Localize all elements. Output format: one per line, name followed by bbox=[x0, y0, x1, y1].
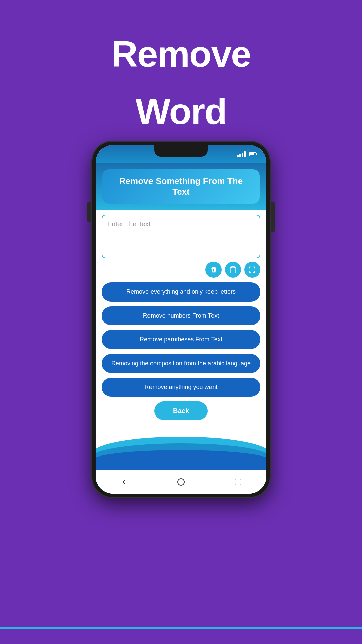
text-input-placeholder: Enter The Text bbox=[107, 220, 150, 228]
back-button[interactable]: Back bbox=[154, 401, 208, 420]
phone-mockup: Remove Something From The Text Enter The… bbox=[92, 142, 270, 497]
menu-item-5[interactable]: Remove anything you want bbox=[102, 378, 260, 397]
nav-back-icon[interactable] bbox=[119, 477, 129, 487]
menu-item-2[interactable]: Remove numbers From Text bbox=[102, 306, 260, 325]
bottom-wave bbox=[96, 430, 266, 470]
menu-item-4[interactable]: Removing the composition from the arabic… bbox=[102, 354, 260, 373]
header-card: Remove Something From The Text bbox=[102, 169, 260, 204]
text-input-area[interactable]: Enter The Text bbox=[102, 215, 260, 258]
page-title: Remove Word bbox=[111, 17, 251, 131]
expand-icon bbox=[249, 266, 256, 273]
menu-item-1[interactable]: Remove everything and only keep letters bbox=[102, 282, 260, 302]
svg-rect-1 bbox=[235, 479, 241, 485]
expand-button[interactable] bbox=[244, 262, 260, 278]
bottom-border bbox=[0, 627, 362, 644]
phone-body: Remove Something From The Text Enter The… bbox=[92, 142, 270, 497]
svg-point-0 bbox=[178, 479, 184, 485]
phone-notch bbox=[154, 145, 208, 157]
nav-bar bbox=[96, 470, 266, 494]
app-header: Remove Something From The Text bbox=[96, 163, 266, 210]
header-title: Remove Something From The Text bbox=[119, 176, 243, 197]
nav-home-icon[interactable] bbox=[176, 477, 186, 487]
clipboard-icon bbox=[229, 266, 237, 273]
phone-screen: Remove Something From The Text Enter The… bbox=[96, 145, 266, 494]
nav-recent-icon[interactable] bbox=[233, 477, 243, 487]
title-line1: Remove bbox=[111, 34, 251, 74]
signal-icon bbox=[237, 151, 246, 157]
app-content: Enter The Text bbox=[96, 210, 266, 430]
delete-button[interactable] bbox=[205, 262, 222, 278]
action-buttons-row bbox=[102, 262, 260, 278]
status-icons bbox=[237, 151, 256, 157]
title-line2: Word bbox=[111, 91, 251, 131]
trash-icon bbox=[210, 266, 217, 273]
wave-layer-3 bbox=[96, 450, 266, 470]
clipboard-button[interactable] bbox=[225, 262, 241, 278]
menu-item-3[interactable]: Remove parntheses From Text bbox=[102, 330, 260, 349]
battery-icon bbox=[249, 152, 256, 156]
